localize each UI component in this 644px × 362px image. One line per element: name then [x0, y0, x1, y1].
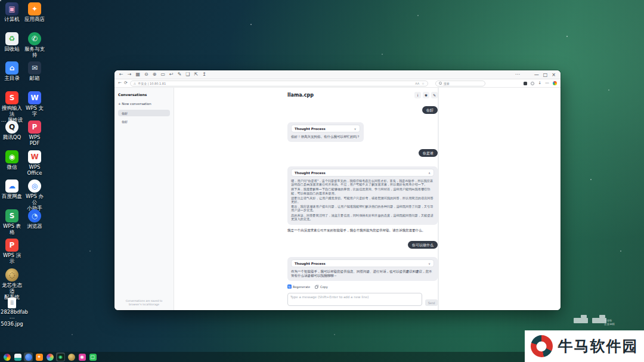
app-icon: Q [5, 120, 18, 134]
thought-process-toggle[interactable]: Thought Process ∨ [291, 125, 360, 132]
app-icon: P [28, 120, 41, 134]
desktop-icon-label: WPS PDF [23, 134, 46, 146]
desktop-icon-qq[interactable]: Q 腾讯QQ [1, 120, 23, 150]
zoom-in-icon[interactable]: ⊕ [153, 72, 157, 77]
site-logo-icon [531, 335, 553, 357]
desktop-watermark-machines [574, 318, 606, 323]
chevron-down-icon: ∨ [354, 127, 357, 131]
share-icon[interactable]: ↥ [202, 72, 206, 77]
fullscreen-icon[interactable]: ⇱ [194, 72, 199, 77]
desktop-icon-wps-sheet[interactable]: S WPS 表格 [1, 209, 23, 239]
reader-mode-icon[interactable]: AA [415, 82, 419, 85]
assistant-reply: 我是一个由深度求索公司开发的智能助手，我会尽我所能为您提供帮助。请告诉我您需要什… [287, 228, 438, 233]
extensions-icon[interactable] [524, 82, 527, 85]
taskbar-app-store-icon[interactable]: ✦ [35, 352, 44, 361]
desktop-icon-browser[interactable]: ◔ 浏览器 [23, 209, 46, 239]
thought-process-toggle[interactable]: Thought Process ∧ [291, 169, 434, 177]
browser-reload-icon[interactable]: ⟳ [124, 81, 128, 85]
desktop-icon-app-store[interactable]: ✦ 应用商店 [23, 2, 46, 32]
desktop-icon-label: WPS 演示 [1, 252, 23, 264]
chat-main-area: llama.cpp i ✺ ✎ 你好 Thought Process ∨ 你好！… [174, 88, 561, 310]
desktop-icon-baidu-pan[interactable]: ☁ 百度网盘 [1, 180, 23, 209]
site-name: 牛马软件园 [558, 336, 639, 356]
back-icon[interactable]: ← [119, 72, 123, 77]
taskbar-wps-icon[interactable]: ▢ [88, 352, 97, 361]
desktop-icon-column-1: ▣ 计算机 ♻ 回收站 ⌂ 主目录 S 搜狗输入法 … 属性设置 Q 腾讯QQ … [1, 2, 23, 327]
thought-process-toggle[interactable]: Thought Process ∨ [291, 259, 434, 267]
regenerate-button[interactable]: ↻ Regenerate [287, 284, 310, 289]
chat-scrollbar[interactable] [438, 88, 439, 310]
desktop-icon-loongson[interactable]: ◌ 龙芯生态适 配系统 [1, 268, 23, 298]
desktop-icon-wechat[interactable]: ◉ 微信 [1, 150, 23, 180]
desktop-icon-mail[interactable]: ✉ 邮箱 [23, 61, 46, 91]
maximize-button[interactable]: □ [543, 72, 548, 78]
desktop-icon-computer[interactable]: ▣ 计算机 [1, 2, 23, 32]
new-conversation-button[interactable]: + New conversation [118, 102, 170, 106]
desktop-icon-wps-show[interactable]: P WPS 演示 [1, 239, 23, 268]
bookmark-star-icon[interactable]: ☆ [422, 82, 424, 85]
search-placeholder: 搜索 [444, 82, 450, 85]
taskbar-browser-icon[interactable] [24, 352, 33, 361]
history-icon[interactable]: ↩ [169, 72, 174, 77]
taskbar-file-manager-icon[interactable] [13, 352, 22, 361]
app-icon: ◌ [5, 268, 18, 281]
profile-icon[interactable] [531, 82, 534, 85]
desktop-icon-wps-writer[interactable]: W WPS 文字 [23, 91, 46, 121]
app-icon: ♻ [5, 32, 18, 45]
site-watermark: 牛马软件园 [525, 330, 644, 362]
browser-search-box[interactable]: 搜索 [435, 81, 485, 86]
download-icon[interactable]: ↓ [538, 81, 541, 85]
info-icon[interactable]: i [414, 92, 421, 98]
desktop-icon-sogou[interactable]: S 搜狗输入法 … 属性设置 [1, 91, 23, 121]
copy-button[interactable]: Copy [315, 284, 328, 289]
more-menu-icon[interactable]: ⋯ [515, 72, 520, 77]
taskbar-control-center-icon[interactable] [45, 352, 54, 361]
desktop-icon-wps-office[interactable]: W WPS Office [23, 150, 46, 180]
tab-grid-icon[interactable]: ▦ [135, 72, 140, 77]
taskbar-image-viewer-icon[interactable]: ◉ [78, 352, 86, 361]
taskbar-app-icon [47, 354, 54, 361]
desktop-icon-label: WPS 文字 [23, 105, 46, 117]
forward-icon[interactable]: → [128, 72, 132, 77]
app-icon: ⌂ [5, 61, 18, 75]
taskbar-launcher-icon[interactable] [2, 352, 11, 361]
desktop-icon-label: 应用商店 [23, 16, 46, 22]
close-button[interactable]: × [552, 72, 556, 78]
address-field[interactable]: ⚠ 不安全 | 10.80.1.81 AA ☆ [130, 81, 428, 86]
desktop-icon-home[interactable]: ⌂ 主目录 [1, 61, 23, 91]
zoom-out-icon[interactable]: ⊖ [144, 72, 148, 77]
message-input[interactable] [287, 293, 422, 306]
windows-icon[interactable]: ❏ [185, 72, 190, 77]
taskbar-wechat-icon[interactable]: ◉ [56, 352, 65, 361]
desktop-icon-label: 服务与支持 [23, 46, 46, 58]
taskbar-loongson-icon[interactable] [67, 352, 76, 361]
desktop-icon-label: 百度网盘 [1, 193, 23, 199]
fit-window-icon[interactable]: ▭ [160, 72, 165, 77]
chevron-down-icon: ∨ [428, 262, 431, 265]
app-icon: ◎ [28, 180, 41, 193]
conversation-item[interactable]: 你好 [118, 118, 170, 125]
taskbar-app-icon: ◉ [57, 354, 64, 361]
chat-header: llama.cpp i ✺ ✎ [287, 92, 438, 98]
app-icon: ☁ [5, 180, 18, 193]
conversation-item[interactable]: 你好 [118, 110, 170, 116]
settings-gear-icon[interactable]: ✺ [423, 92, 429, 98]
desktop-icon-support[interactable]: ✆ 服务与支持 [23, 32, 46, 62]
taskbar-app-icon [68, 354, 75, 361]
theme-icon[interactable]: ✎ [431, 92, 438, 98]
desktop-icon-wps-pdf[interactable]: P WPS PDF [23, 120, 46, 150]
browser-back-icon[interactable]: ← [118, 81, 122, 85]
viewer-toolbar: ←→▦⊖⊕▭↩✎❏⇱↥ ⋯ — □ × [114, 70, 561, 79]
minimize-button[interactable]: — [534, 72, 539, 78]
app-icon: W [28, 91, 41, 104]
browser-logo-icon[interactable] [553, 81, 557, 85]
desktop-icon-label: 邮箱 [23, 75, 46, 81]
app-icon: W [28, 150, 41, 163]
send-button[interactable]: Send [425, 299, 438, 306]
desktop-icon-wps-helper[interactable]: ◎ WPS 办公 小助手 [23, 180, 46, 209]
taskbar-app-icon [25, 354, 32, 361]
edit-icon[interactable]: ✎ [178, 72, 182, 77]
thought-paragraph: 总的来说，回答要简洁明了，涵盖主要信息，同时保持友好和开放的态度，这样既能回答问… [291, 214, 434, 221]
desktop-icon-jpg-file[interactable]: ≣ 2828bdfab ⋯5036.jpg [1, 298, 23, 327]
desktop-icon-trash[interactable]: ♻ 回收站 [1, 32, 23, 62]
